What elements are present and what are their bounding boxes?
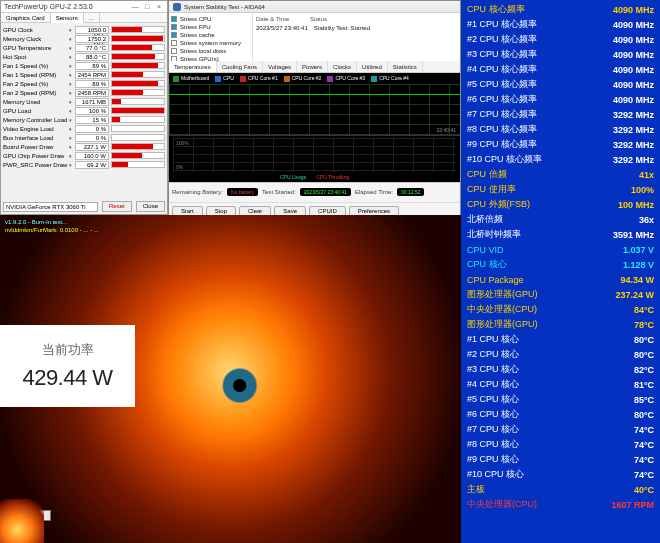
stat-row: #9 CPU 核心74°C	[467, 452, 654, 467]
subtab[interactable]: Utilized	[357, 61, 388, 72]
stress-check[interactable]: Stress CPU	[171, 15, 250, 23]
power-title: 当前功率	[42, 341, 94, 359]
gpu-select[interactable]: NVIDIA GeForce RTX 3060 Ti	[3, 202, 98, 212]
stat-row: #2 CPU 核心频率4090 MHz	[467, 32, 654, 47]
stat-key: #10 CPU 核心	[467, 468, 524, 481]
hwinfo-overlay: CPU 核心频率4090 MHz#1 CPU 核心频率4090 MHz#2 CP…	[461, 0, 660, 543]
stat-key: #8 CPU 核心	[467, 438, 519, 451]
battery-label: Remaining Battery:	[172, 189, 223, 195]
sensor-row: GPU Clock▾1050.0 MHz	[3, 25, 165, 34]
legend-item: CPU	[215, 75, 234, 82]
furmark-overlay-text: v1.9.2.0 - Burn-in test... nvlddmkm/FurM…	[0, 215, 461, 237]
stat-key: #2 CPU 核心	[467, 348, 519, 361]
sensor-bar	[111, 134, 165, 141]
gpuz-titlebar[interactable]: TechPowerUp GPU-Z 2.53.0 — □ ×	[1, 1, 167, 13]
subtab[interactable]: Voltages	[263, 61, 297, 72]
stat-value: 80°C	[634, 410, 654, 420]
sensor-value: 0 %	[75, 134, 109, 142]
sensor-bar	[111, 116, 165, 123]
subtab[interactable]: Cooling Fans	[217, 61, 263, 72]
started-value: 2023/5/27 23:40:41	[300, 188, 351, 196]
sensor-label: Fan 1 Speed (RPM)	[3, 72, 69, 78]
stat-key: CPU 外频(FSB)	[467, 198, 530, 211]
sensor-bar	[111, 44, 165, 51]
check-label: Stress local disks	[180, 48, 226, 54]
checkbox-icon[interactable]	[171, 32, 177, 38]
graph-timestamp: 23:40:41	[437, 127, 456, 133]
sensor-bar	[111, 143, 165, 150]
tab-more[interactable]: ...	[84, 13, 100, 22]
gpuz-window: TechPowerUp GPU-Z 2.53.0 — □ × Graphics …	[0, 0, 168, 215]
tab-sensors[interactable]: Sensors	[51, 13, 84, 23]
subtab[interactable]: Statistics	[388, 61, 423, 72]
stat-key: #2 CPU 核心频率	[467, 33, 537, 46]
started-label: Test Started:	[262, 189, 296, 195]
stat-value: 74°C	[634, 470, 654, 480]
elapsed-label: Elapsed Time:	[355, 189, 393, 195]
sensor-value: 89 %	[75, 62, 109, 70]
checkbox-icon[interactable]	[171, 40, 177, 46]
stat-key: #1 CPU 核心	[467, 333, 519, 346]
stat-value: 3591 MHz	[613, 230, 654, 240]
gpuz-sensor-rows: GPU Clock▾1050.0 MHzMemory Clock▾1750.2 …	[1, 23, 167, 171]
stat-value: 84°C	[634, 305, 654, 315]
subtab[interactable]: Temperatures	[169, 61, 217, 72]
stat-key: #7 CPU 核心	[467, 423, 519, 436]
stress-check[interactable]: Stress system memory	[171, 39, 250, 47]
sensor-label: Memory Controller Load	[3, 117, 69, 123]
stat-value: 4090 MHz	[613, 65, 654, 75]
sensor-bar	[111, 161, 165, 168]
tab-graphics-card[interactable]: Graphics Card	[1, 13, 51, 22]
stress-check[interactable]: Stress cache	[171, 31, 250, 39]
stat-row: #7 CPU 核心频率3292 MHz	[467, 107, 654, 122]
checkbox-icon[interactable]	[171, 24, 177, 30]
stat-row: #8 CPU 核心74°C	[467, 437, 654, 452]
stat-key: CPU 使用率	[467, 183, 516, 196]
stat-row: #5 CPU 核心频率4090 MHz	[467, 77, 654, 92]
stat-row: CPU 使用率100%	[467, 182, 654, 197]
legend-item: CPU Core #2	[284, 75, 322, 82]
stat-value: 4090 MHz	[613, 35, 654, 45]
maximize-icon[interactable]: □	[142, 3, 152, 11]
stress-checklist: Stress CPUStress FPUStress cacheStress s…	[169, 13, 253, 61]
stat-row: #2 CPU 核心80°C	[467, 347, 654, 362]
minimize-icon[interactable]: —	[130, 3, 140, 11]
stat-row: #4 CPU 核心81°C	[467, 377, 654, 392]
stat-value: 80°C	[634, 350, 654, 360]
stress-check[interactable]: Stress FPU	[171, 23, 250, 31]
stat-key: #9 CPU 核心频率	[467, 138, 537, 151]
stat-value: 4090 MHz	[613, 80, 654, 90]
sensor-row: Memory Controller Load▾15 %	[3, 115, 165, 124]
sensor-row: Memory Used▾1671 MB	[3, 97, 165, 106]
checkbox-icon[interactable]	[171, 48, 177, 54]
close-button[interactable]: Close	[136, 201, 165, 212]
aida-titlebar[interactable]: System Stability Test - AIDA64	[169, 1, 460, 13]
cpu-throttle-label: CPU Throttling	[316, 174, 349, 180]
sensor-row: Fan 1 Speed (%)▾89 %	[3, 61, 165, 70]
stat-row: CPU VID1.037 V	[467, 242, 654, 257]
reset-button[interactable]: Reset	[102, 201, 132, 212]
stat-value: 78°C	[634, 320, 654, 330]
subtab[interactable]: Clocks	[328, 61, 357, 72]
checkbox-icon[interactable]	[171, 16, 177, 22]
stat-value: 3292 MHz	[613, 125, 654, 135]
sensor-value: 100 %	[75, 107, 109, 115]
stat-key: 中央处理器(CPU)	[467, 303, 537, 316]
close-icon[interactable]: ×	[154, 3, 164, 11]
sensor-label: Fan 2 Speed (%)	[3, 81, 69, 87]
stat-value: 36x	[639, 215, 654, 225]
sensor-value: 1050.0 MHz	[75, 26, 109, 34]
sensor-label: Video Engine Load	[3, 126, 69, 132]
sensor-value: 1671 MB	[75, 98, 109, 106]
stat-value: 4090 MHz	[613, 50, 654, 60]
stress-check[interactable]: Stress local disks	[171, 47, 250, 55]
stat-value: 74°C	[634, 425, 654, 435]
subtab[interactable]: Powers	[297, 61, 328, 72]
stat-row: #1 CPU 核心频率4090 MHz	[467, 17, 654, 32]
stat-value: 3292 MHz	[613, 110, 654, 120]
stat-value: 41x	[639, 170, 654, 180]
stat-row: #6 CPU 核心80°C	[467, 407, 654, 422]
aida-info: Date & TimeStatus 2023/5/27 23:40:41Stab…	[253, 13, 460, 61]
sensor-row: Memory Clock▾1750.2 MHz	[3, 34, 165, 43]
sensor-row: Video Engine Load▾0 %	[3, 124, 165, 133]
